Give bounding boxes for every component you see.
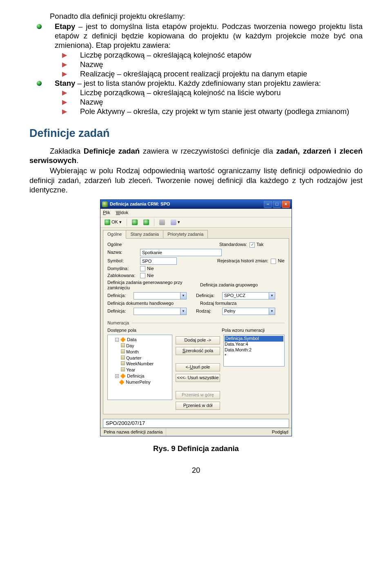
dialog-window: Definicja zadania CRM: SPO – □ × Plik Wi… xyxy=(100,199,292,437)
lbl-def3: Definicja: xyxy=(107,308,131,314)
action-dropdown[interactable]: ▾ xyxy=(169,219,182,226)
tree-year[interactable]: Year xyxy=(126,367,135,372)
sub-nazwa: ▶Nazwę xyxy=(55,60,363,69)
menubar: Plik Widok xyxy=(100,209,292,217)
titlebar[interactable]: Definicja zadania CRM: SPO – □ × xyxy=(100,200,292,209)
tree-quarter[interactable]: Quarter xyxy=(126,355,141,360)
tab-ogolne[interactable]: Ogólne xyxy=(103,230,126,239)
sub-nazwa-text: Nazwę xyxy=(80,60,103,69)
lbl-zablokowana: Zablokowana: xyxy=(107,273,140,279)
chevron-down-icon: ▼ xyxy=(269,308,275,315)
tree-collapse-icon[interactable]: − xyxy=(115,338,119,342)
lbl-def2: Definicja: xyxy=(196,293,220,299)
bold-stany: Stany xyxy=(55,79,75,87)
lbl-dostepne: Dostępne pola xyxy=(107,328,177,333)
val-spoucz: SPO_UCZ xyxy=(224,293,245,299)
green-bullet-icon xyxy=(37,24,42,29)
grp-grup: Definicja zadania grupowego xyxy=(200,282,258,288)
btn-usun-wszystkie[interactable]: <<<- Usuń wszystkie xyxy=(176,374,220,382)
sub-lp: ▶Liczbę porządkową – określającą kolejno… xyxy=(55,50,363,60)
pattern-item[interactable]: Data.Year:4 xyxy=(225,342,283,347)
tree-numer[interactable]: NumerPelny xyxy=(126,380,151,384)
action-icon xyxy=(171,219,176,225)
preview-field[interactable]: SPO/2002/07/17 xyxy=(103,419,289,428)
btn-usun-pole[interactable]: <- Usuń pole xyxy=(176,363,220,371)
ok-button[interactable]: OK ▾ xyxy=(103,219,123,226)
arrow-icon: ▶ xyxy=(62,107,67,116)
tree-def[interactable]: Definicja xyxy=(127,373,144,378)
grp-gen: Definicja zadania generowanego przy zamk… xyxy=(107,280,192,291)
list-pattern[interactable]: Definicja.Symbol Data.Year:4 Data.Month:… xyxy=(223,335,285,367)
nav-back-button[interactable] xyxy=(130,219,139,226)
btn-przenies-gora[interactable]: Przenieś w górę xyxy=(176,391,220,399)
statusbar: Pełna nazwa definicji zadania Podgląd xyxy=(100,428,292,436)
lbl-nazwa: Nazwa: xyxy=(107,250,140,255)
btn-szerokosc[interactable]: Szerokość pola xyxy=(176,347,220,355)
bullet-etapy: Etapy – jest to domyślna lista etapów pr… xyxy=(29,22,363,78)
sub-lp-text: Liczbę porządkową – określającą kolejnoś… xyxy=(80,51,252,59)
minimize-button[interactable]: – xyxy=(264,201,272,208)
checkbox-domyslna[interactable] xyxy=(140,266,145,271)
pattern-item-selected[interactable]: Definicja.Symbol xyxy=(225,336,283,342)
btn-dodaj-pole[interactable]: Dodaj pole -> xyxy=(176,336,220,344)
status-right: Podgląd xyxy=(269,428,292,436)
toolbar-separator xyxy=(154,219,154,226)
arrow-icon: ▶ xyxy=(62,51,67,59)
pattern-item[interactable]: Data.Month:2 xyxy=(225,347,283,353)
lbl-rejestr: Rejestracja historii zmian: xyxy=(217,258,268,264)
chevron-down-icon: ▼ xyxy=(180,308,186,315)
tree-available[interactable]: −🔶 Data Day Month Quarter WeekNumber Yea… xyxy=(107,335,172,400)
tree-day[interactable]: Day xyxy=(126,343,134,348)
checkbox-zablokowana[interactable] xyxy=(140,273,145,278)
tree-week[interactable]: WeekNumber xyxy=(126,361,154,366)
figure-caption: Rys. 9 Definicja zadania xyxy=(29,444,363,453)
ddl-rodzaj[interactable]: Pełny▼ xyxy=(222,308,275,315)
nav-forward-button[interactable] xyxy=(142,219,151,226)
back-icon xyxy=(132,219,138,225)
p2b: Definicje zadań xyxy=(84,147,140,155)
field-icon xyxy=(121,349,125,353)
menu-plik[interactable]: Plik xyxy=(103,210,110,216)
maximize-button[interactable]: □ xyxy=(273,201,281,208)
ok-label: OK xyxy=(111,219,118,225)
ddl-def-gen[interactable]: ▼ xyxy=(134,292,187,299)
lbl-standardowa: Standardowa: xyxy=(219,242,247,248)
cut-button[interactable] xyxy=(158,219,167,226)
ddl-def-grup[interactable]: SPO_UCZ▼ xyxy=(222,292,275,299)
sub2-lp: ▶Liczbę porządkową – określającą kolejno… xyxy=(55,88,363,97)
lbl-symbol: Symbol: xyxy=(107,258,140,264)
p2a: Zakładka xyxy=(50,147,84,155)
pattern-item[interactable]: * xyxy=(225,353,283,359)
sub2-akt-text: Pole Aktywny – określa, czy projekt w ty… xyxy=(80,107,349,116)
para-2: Zakładka Definicje zadań zawiera w rzecz… xyxy=(29,146,363,165)
bullet-stany: Stany – jest to lista stanów projektu. K… xyxy=(29,78,363,116)
tree-expand-icon[interactable]: + xyxy=(115,374,119,378)
arrow-icon: ▶ xyxy=(62,98,67,106)
field-icon xyxy=(121,367,125,371)
input-nazwa[interactable] xyxy=(140,249,222,256)
scissors-icon xyxy=(159,219,165,225)
tabs: Ogólne Stany zadania Priorytety zadania xyxy=(100,228,292,239)
btn-przenies-dol[interactable]: Przenieś w dół xyxy=(176,402,220,410)
checkbox-standardowa[interactable]: ✓ xyxy=(249,242,255,248)
group-ogolne: Ogólne xyxy=(107,242,122,248)
tab-priorytety[interactable]: Priorytety zadania xyxy=(163,230,208,239)
field-icon xyxy=(121,343,125,347)
menu-widok[interactable]: Widok xyxy=(116,210,129,216)
window-title: Definicja zadania CRM: SPO xyxy=(110,201,264,207)
val-nie1: Nie xyxy=(278,258,285,264)
sub-real-text: Realizację – określającą procent realiza… xyxy=(80,69,307,78)
tree-month[interactable]: Month xyxy=(126,349,139,354)
close-button[interactable]: × xyxy=(282,201,290,208)
checkbox-rejestr[interactable] xyxy=(271,259,276,264)
tab-stany[interactable]: Stany zadania xyxy=(126,230,163,239)
app-icon xyxy=(102,201,108,207)
lbl-domyslna: Domyślna: xyxy=(107,266,140,272)
green-bullet-icon xyxy=(37,81,42,86)
lbl-def1: Definicja: xyxy=(107,293,131,299)
tab-panel: Ogólne Standardowa: ✓Tak Nazwa: Symbol: … xyxy=(103,238,289,414)
input-symbol[interactable] xyxy=(140,257,177,265)
ddl-def-dokh[interactable]: ▼ xyxy=(134,308,187,315)
val-pelny: Pełny xyxy=(224,308,236,314)
forward-icon xyxy=(143,219,149,225)
